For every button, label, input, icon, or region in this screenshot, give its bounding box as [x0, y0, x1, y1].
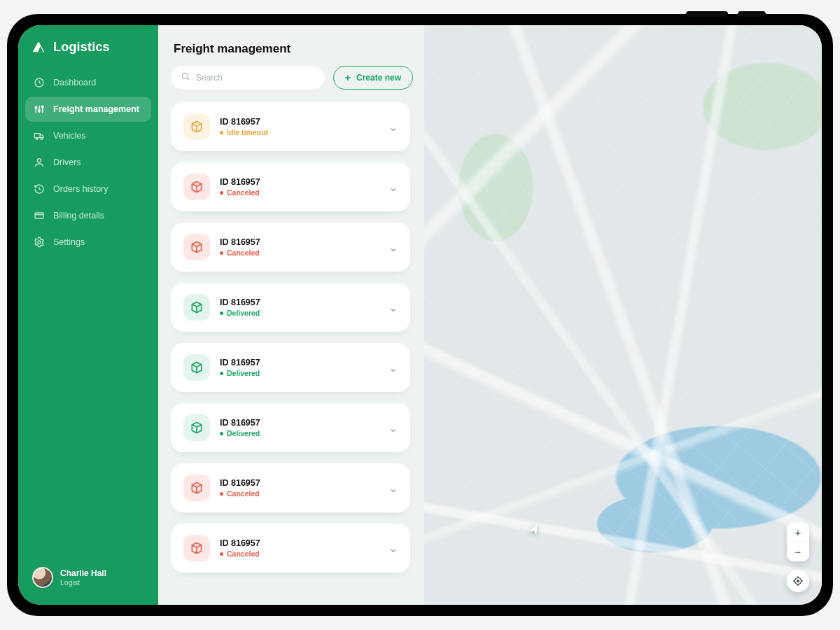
status-dot-icon	[220, 251, 223, 255]
toolbar: + Create new	[171, 66, 413, 90]
freight-info: ID 816957Idle timeout	[220, 117, 379, 136]
svg-point-8	[36, 138, 38, 140]
status-label: Canceled	[227, 248, 260, 257]
status-dot-icon	[220, 191, 223, 195]
status-label: Idle timeout	[227, 128, 268, 136]
location-arrow-icon	[528, 524, 540, 539]
freight-id: ID 816957	[220, 298, 379, 307]
freight-info: ID 816957Canceled	[220, 237, 379, 257]
svg-rect-7	[34, 134, 40, 138]
sliders-icon	[34, 104, 45, 115]
freight-card[interactable]: ID 816957Delivered⌄	[171, 403, 410, 452]
status-label: Canceled	[227, 188, 260, 197]
status-label: Canceled	[227, 550, 260, 558]
chevron-down-icon[interactable]: ⌄	[388, 542, 398, 555]
status-label: Delivered	[227, 309, 260, 317]
chevron-down-icon[interactable]: ⌄	[388, 482, 398, 495]
gear-icon	[34, 237, 45, 248]
sidebar-item-label: Billing details	[53, 211, 104, 220]
package-icon	[183, 354, 210, 381]
chevron-down-icon[interactable]: ⌄	[388, 361, 398, 374]
locate-me-button[interactable]	[787, 570, 809, 592]
package-icon	[183, 113, 210, 140]
truck-icon	[34, 130, 45, 141]
sidebar-item-label: Orders history	[53, 184, 108, 194]
freight-info: ID 816957Delivered	[220, 358, 379, 377]
logo-icon	[31, 39, 46, 55]
sidebar-item-dashboard[interactable]: Dashboard	[25, 70, 151, 95]
sidebar-item-settings[interactable]: Settings	[25, 230, 151, 255]
search-field[interactable]	[171, 66, 325, 90]
user-name: Charlie Hall	[60, 568, 106, 578]
sidebar-item-label: Vehicles	[53, 131, 86, 141]
chevron-down-icon[interactable]: ⌄	[388, 181, 398, 194]
freight-card[interactable]: ID 816957Delivered⌄	[171, 343, 410, 392]
sidebar-item-freight-management[interactable]: Freight management	[25, 97, 151, 122]
status-dot-icon	[220, 432, 223, 435]
freight-card[interactable]: ID 816957Canceled⌄	[171, 463, 410, 512]
history-icon	[34, 183, 45, 195]
map-controls: + −	[787, 522, 809, 592]
freight-info: ID 816957Canceled	[220, 478, 379, 498]
status-dot-icon	[220, 312, 223, 315]
freight-card[interactable]: ID 816957Canceled⌄	[171, 223, 410, 272]
status-dot-icon	[220, 131, 223, 134]
svg-point-25	[797, 580, 799, 582]
freight-card[interactable]: ID 816957Canceled⌄	[171, 162, 410, 211]
sidebar-item-billing-details[interactable]: Billing details	[25, 203, 151, 228]
svg-rect-11	[35, 213, 43, 218]
sidebar-item-drivers[interactable]: Drivers	[25, 150, 151, 175]
status-dot-icon	[220, 372, 223, 375]
freight-card[interactable]: ID 816957Canceled⌄	[171, 524, 410, 573]
package-icon	[183, 475, 210, 501]
sidebar-item-label: Settings	[53, 237, 85, 247]
app-screen: Logistics DashboardFreight managementVeh…	[18, 25, 822, 605]
status-badge: Delivered	[220, 309, 379, 317]
status-badge: Delivered	[220, 429, 379, 438]
svg-point-14	[182, 73, 188, 78]
zoom-out-button[interactable]: −	[787, 542, 809, 561]
user-badge[interactable]: Charlie Hall Logist	[25, 561, 151, 594]
status-label: Delivered	[227, 429, 260, 438]
freight-id: ID 816957	[220, 117, 379, 127]
sidebar-item-orders-history[interactable]: Orders history	[25, 176, 151, 202]
sidebar-item-label: Drivers	[53, 158, 81, 167]
map[interactable]: + −	[424, 25, 822, 605]
svg-line-15	[188, 78, 190, 80]
svg-point-4	[38, 110, 41, 112]
brand-name: Logistics	[53, 40, 110, 55]
freight-id: ID 816957	[220, 538, 379, 548]
zoom-in-button[interactable]: +	[787, 522, 809, 542]
package-icon	[183, 174, 210, 200]
freight-info: ID 816957Delivered	[220, 298, 379, 317]
freight-list[interactable]: ID 816957Idle timeout⌄ID 816957Canceled⌄…	[171, 102, 413, 578]
freight-info: ID 816957Canceled	[220, 538, 379, 558]
status-badge: Delivered	[220, 369, 379, 377]
chevron-down-icon[interactable]: ⌄	[388, 301, 398, 314]
user-meta: Charlie Hall Logist	[60, 568, 106, 587]
user-icon	[34, 157, 45, 168]
package-icon	[183, 234, 210, 260]
chevron-down-icon[interactable]: ⌄	[388, 120, 398, 134]
sidebar-item-vehicles[interactable]: Vehicles	[25, 123, 151, 148]
user-role: Logist	[60, 578, 106, 587]
freight-panel: Freight management + Create new ID 81695…	[158, 25, 424, 605]
svg-point-9	[41, 138, 43, 140]
freight-card[interactable]: ID 816957Idle timeout⌄	[171, 102, 410, 151]
nav: DashboardFreight managementVehiclesDrive…	[25, 70, 151, 255]
freight-id: ID 816957	[220, 177, 379, 187]
svg-point-6	[41, 106, 43, 108]
freight-id: ID 816957	[220, 478, 379, 488]
freight-card[interactable]: ID 816957Delivered⌄	[171, 283, 410, 332]
status-badge: Canceled	[220, 248, 379, 257]
chevron-down-icon[interactable]: ⌄	[388, 241, 398, 254]
tablet-frame: Logistics DashboardFreight managementVeh…	[7, 14, 833, 616]
package-icon	[183, 414, 210, 441]
search-input[interactable]	[196, 73, 315, 83]
sidebar: Logistics DashboardFreight managementVeh…	[18, 25, 158, 605]
chevron-down-icon[interactable]: ⌄	[388, 421, 398, 435]
package-icon	[183, 294, 210, 321]
create-new-button[interactable]: + Create new	[333, 66, 413, 90]
freight-info: ID 816957Canceled	[220, 177, 379, 197]
status-label: Canceled	[227, 489, 260, 498]
